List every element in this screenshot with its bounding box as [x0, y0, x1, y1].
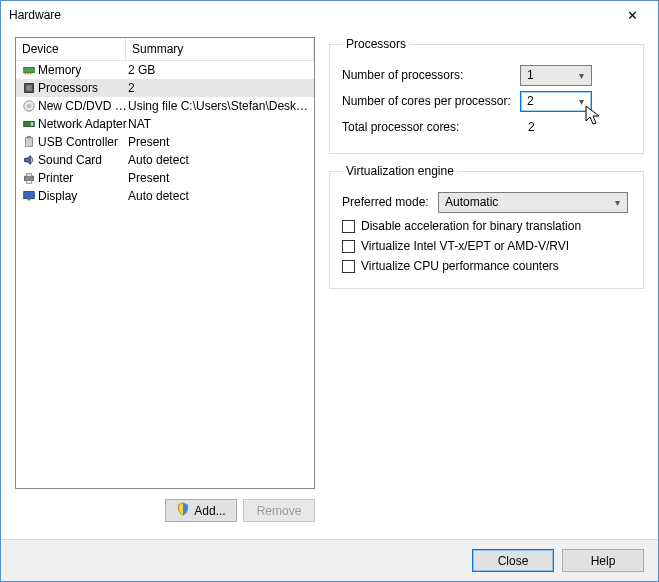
disable-accel-checkbox[interactable]: Disable acceleration for binary translat…	[342, 216, 631, 236]
device-summary: Using file C:\Users\Stefan\Deskto...	[128, 99, 310, 113]
svg-rect-2	[27, 73, 29, 75]
remove-button: Remove	[243, 499, 315, 522]
device-summary: Auto detect	[128, 189, 310, 203]
close-icon: ✕	[627, 8, 638, 23]
checkbox-icon	[342, 220, 355, 233]
help-button[interactable]: Help	[562, 549, 644, 572]
virtualize-perfctr-checkbox[interactable]: Virtualize CPU performance counters	[342, 256, 631, 276]
device-name: USB Controller	[38, 135, 128, 149]
dialog-button-bar: Close Help	[1, 539, 658, 581]
device-row-printer[interactable]: PrinterPresent	[16, 169, 314, 187]
memory-icon	[20, 63, 38, 77]
device-name: Network Adapter	[38, 117, 128, 131]
device-row-memory[interactable]: Memory2 GB	[16, 61, 314, 79]
cpu-icon	[20, 81, 38, 95]
device-row-usb[interactable]: USB ControllerPresent	[16, 133, 314, 151]
total-cores-value: 2	[520, 120, 631, 134]
num-processors-select[interactable]: 1 ▾	[520, 65, 592, 86]
svg-rect-0	[24, 67, 35, 72]
device-name: Sound Card	[38, 153, 128, 167]
close-window-button[interactable]: ✕	[612, 4, 652, 26]
device-row-cpu[interactable]: Processors2	[16, 79, 314, 97]
device-row-nic[interactable]: Network AdapterNAT	[16, 115, 314, 133]
checkbox-icon	[342, 240, 355, 253]
svg-rect-16	[27, 199, 31, 201]
close-button-label: Close	[498, 554, 529, 568]
header-summary[interactable]: Summary	[126, 38, 314, 61]
svg-rect-15	[24, 192, 35, 199]
num-processors-value: 1	[527, 68, 534, 82]
virtualization-group: Virtualization engine Preferred mode: Au…	[329, 164, 644, 289]
cores-per-proc-value: 2	[527, 94, 534, 108]
chevron-down-icon: ▾	[609, 197, 626, 208]
device-row-cd[interactable]: New CD/DVD (...Using file C:\Users\Stefa…	[16, 97, 314, 115]
display-icon	[20, 189, 38, 203]
svg-rect-9	[31, 122, 34, 126]
device-row-sound[interactable]: Sound CardAuto detect	[16, 151, 314, 169]
total-cores-label: Total processor cores:	[342, 120, 520, 134]
device-name: Memory	[38, 63, 128, 77]
help-button-label: Help	[591, 554, 616, 568]
svg-point-7	[28, 105, 31, 108]
svg-rect-12	[25, 176, 34, 180]
processors-legend: Processors	[342, 37, 410, 51]
device-list-header: Device Summary	[16, 38, 314, 61]
dialog-content: Device Summary Memory2 GBProcessors2New …	[15, 37, 644, 533]
svg-rect-5	[26, 85, 31, 90]
checkbox-icon	[342, 260, 355, 273]
sound-icon	[20, 153, 38, 167]
svg-rect-13	[26, 174, 31, 177]
disable-accel-label: Disable acceleration for binary translat…	[361, 219, 581, 233]
remove-button-label: Remove	[257, 504, 302, 518]
device-list[interactable]: Device Summary Memory2 GBProcessors2New …	[15, 37, 315, 489]
cores-per-proc-select[interactable]: 2 ▾	[520, 91, 592, 112]
nic-icon	[20, 117, 38, 131]
svg-rect-14	[26, 181, 31, 184]
virtualization-legend: Virtualization engine	[342, 164, 458, 178]
printer-icon	[20, 171, 38, 185]
close-button[interactable]: Close	[472, 549, 554, 572]
processors-group: Processors Number of processors: 1 ▾ Num…	[329, 37, 644, 154]
device-name: New CD/DVD (...	[38, 99, 128, 113]
cd-icon	[20, 99, 38, 113]
virtualize-vtx-checkbox[interactable]: Virtualize Intel VT-x/EPT or AMD-V/RVI	[342, 236, 631, 256]
preferred-mode-label: Preferred mode:	[342, 195, 438, 209]
device-name: Processors	[38, 81, 128, 95]
device-name: Display	[38, 189, 128, 203]
device-row-display[interactable]: DisplayAuto detect	[16, 187, 314, 205]
device-summary: 2	[128, 81, 310, 95]
device-summary: NAT	[128, 117, 310, 131]
header-device[interactable]: Device	[16, 38, 126, 61]
virtualize-perfctr-label: Virtualize CPU performance counters	[361, 259, 559, 273]
chevron-down-icon: ▾	[573, 96, 590, 107]
device-summary: 2 GB	[128, 63, 310, 77]
title-bar: Hardware ✕	[1, 1, 658, 29]
shield-icon	[176, 502, 190, 519]
cores-per-proc-label: Number of cores per processor:	[342, 94, 520, 108]
svg-rect-1	[25, 73, 27, 75]
device-summary: Present	[128, 171, 310, 185]
preferred-mode-select[interactable]: Automatic ▾	[438, 192, 628, 213]
num-processors-label: Number of processors:	[342, 68, 520, 82]
add-button[interactable]: Add...	[165, 499, 237, 522]
usb-icon	[20, 135, 38, 149]
svg-rect-11	[27, 136, 31, 139]
svg-rect-3	[30, 73, 32, 75]
preferred-mode-value: Automatic	[445, 195, 498, 209]
add-button-label: Add...	[194, 504, 225, 518]
window-title: Hardware	[9, 8, 61, 22]
virtualize-vtx-label: Virtualize Intel VT-x/EPT or AMD-V/RVI	[361, 239, 569, 253]
svg-rect-10	[26, 138, 33, 147]
device-name: Printer	[38, 171, 128, 185]
device-summary: Present	[128, 135, 310, 149]
device-summary: Auto detect	[128, 153, 310, 167]
chevron-down-icon: ▾	[573, 70, 590, 81]
